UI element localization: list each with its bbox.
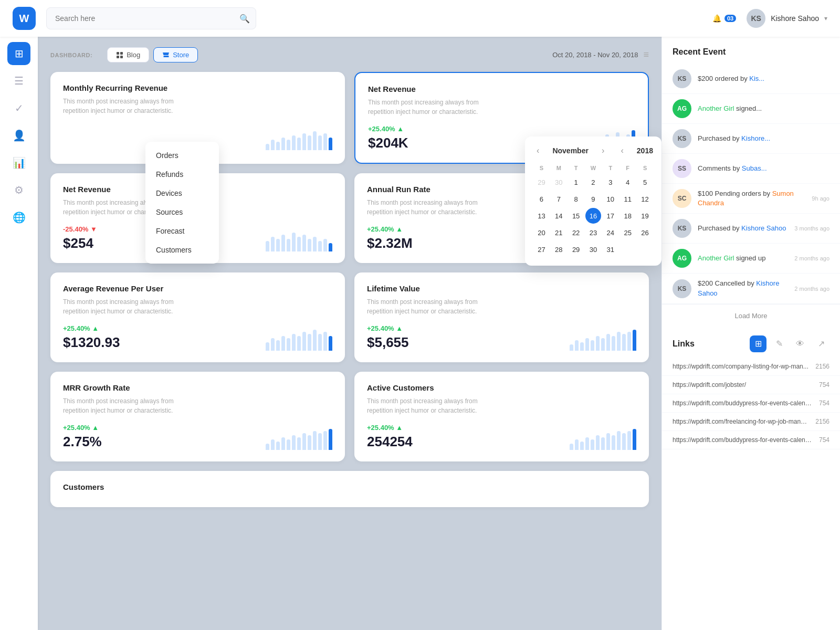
sidebar-item-users[interactable]: 👤 [7, 124, 30, 147]
link-item[interactable]: https://wpdrift.com/buddypress-for-event… [662, 394, 840, 413]
cal-day-today[interactable]: 16 [585, 208, 601, 224]
dropdown-item-customers[interactable]: Customers [145, 240, 219, 259]
mini-chart [570, 424, 636, 450]
date-range-text: Oct 20, 2018 - Nov 20, 2018 [552, 51, 638, 59]
links-export-button[interactable]: ↗ [813, 335, 830, 352]
cal-day[interactable]: 11 [620, 191, 636, 207]
cal-day[interactable]: 8 [568, 191, 584, 207]
cal-day[interactable]: 14 [551, 208, 566, 224]
mini-bar [585, 338, 589, 351]
user-menu[interactable]: KS Kishore Sahoo ▾ [747, 9, 827, 28]
metric-title: Average Revenue Per User [63, 284, 332, 293]
cal-day[interactable]: 7 [551, 191, 566, 207]
tab-store[interactable]: Store [153, 47, 198, 62]
search-input[interactable] [46, 7, 256, 29]
cal-day[interactable]: 22 [568, 225, 584, 240]
cal-day[interactable]: 29 [533, 174, 549, 190]
load-more-button[interactable]: Load More [662, 304, 840, 327]
dropdown-item-refunds[interactable]: Refunds [145, 165, 219, 184]
mini-bar [287, 338, 290, 351]
dropdown-item-sources[interactable]: Sources [145, 203, 219, 222]
cal-day[interactable]: 10 [603, 191, 618, 207]
cal-day[interactable]: 30 [585, 242, 601, 257]
cal-prev-year-button[interactable]: ‹ [617, 145, 626, 156]
link-item[interactable]: https://wpdrift.com/freelancing-for-wp-j… [662, 413, 840, 431]
cal-day[interactable]: 31 [603, 242, 618, 257]
cal-day[interactable]: 17 [603, 208, 618, 224]
links-table-view-button[interactable]: ⊞ [750, 335, 766, 352]
notification-button[interactable]: 🔔 03 [712, 14, 736, 23]
link-url: https://wpdrift.com/buddypress-for-event… [673, 436, 813, 444]
event-avatar: KS [673, 279, 691, 298]
sidebar-item-analytics[interactable]: 📊 [7, 151, 30, 174]
event-time: 9h ago [812, 195, 830, 202]
link-item[interactable]: https://wpdrift.com/jobster/ 754 [662, 376, 840, 394]
dropdown-item-orders[interactable]: Orders [145, 146, 219, 165]
cal-day[interactable]: 28 [551, 242, 566, 257]
cal-day[interactable]: 5 [637, 174, 653, 190]
cal-day[interactable]: 25 [620, 225, 636, 240]
menu-lines-icon[interactable]: ≡ [643, 49, 649, 60]
event-link[interactable]: Sumon Chandra [698, 190, 794, 207]
event-link[interactable]: Subas... [742, 164, 767, 172]
cal-next-button[interactable]: › [598, 145, 607, 156]
mini-bar [633, 330, 636, 351]
cal-day[interactable]: 3 [603, 174, 618, 190]
event-link[interactable]: Another Girl [698, 104, 734, 112]
cal-day[interactable]: 4 [620, 174, 636, 190]
mini-bar [323, 239, 327, 251]
cal-month: November [552, 146, 588, 155]
event-link[interactable]: Another Girl [698, 254, 734, 262]
cal-day[interactable]: 15 [568, 208, 584, 224]
metric-bottom: +25.40% ▲ $1320.93 [63, 324, 332, 351]
link-item[interactable]: https://wpdrift.com/company-listing-for-… [662, 358, 840, 376]
links-header: Links ⊞ ✎ 👁 ↗ [662, 327, 840, 358]
dropdown-item-forecast[interactable]: Forecast [145, 222, 219, 240]
mini-bar [612, 435, 615, 450]
event-avatar: KS [673, 129, 691, 148]
event-link[interactable]: Kis... [749, 75, 764, 82]
event-link[interactable]: Kishore Sahoo [741, 224, 786, 232]
sidebar-item-settings[interactable]: ⚙ [7, 178, 30, 202]
tasks-icon: ✓ [15, 102, 24, 114]
dropdown-item-devices[interactable]: Devices [145, 184, 219, 203]
cal-day[interactable]: 29 [568, 242, 584, 257]
mini-bar [302, 332, 306, 351]
links-edit-button[interactable]: ✎ [771, 335, 788, 352]
cal-day[interactable]: 27 [533, 242, 549, 257]
mini-bar [292, 435, 296, 450]
metric-desc: This month post increasing always from r… [367, 297, 482, 316]
sidebar-item-dashboard[interactable]: ⊞ [7, 42, 30, 65]
cal-day[interactable]: 6 [533, 191, 549, 207]
cal-day[interactable]: 19 [637, 208, 653, 224]
sidebar-item-tasks[interactable]: ✓ [7, 97, 30, 120]
cal-day[interactable]: 2 [585, 174, 601, 190]
globe-icon: 🌐 [13, 211, 26, 224]
cal-day[interactable]: 26 [637, 225, 653, 240]
event-link[interactable]: Kishore... [741, 134, 770, 142]
tab-blog[interactable]: Blog [107, 47, 149, 62]
app-logo[interactable]: W [13, 7, 36, 30]
mini-bar [601, 338, 605, 351]
cal-day[interactable]: 20 [533, 225, 549, 240]
links-view-button[interactable]: 👁 [792, 335, 808, 352]
event-link[interactable]: Kishore Sahoo [698, 279, 779, 297]
cal-day[interactable]: 18 [620, 208, 636, 224]
cal-day[interactable]: 12 [637, 191, 653, 207]
cal-day[interactable]: 23 [585, 225, 601, 240]
mini-bar [596, 435, 600, 450]
mini-bar [271, 338, 275, 351]
cal-prev-button[interactable]: ‹ [533, 145, 542, 156]
sidebar-item-globe[interactable]: 🌐 [7, 206, 30, 229]
cal-day[interactable]: 13 [533, 208, 549, 224]
cal-day[interactable]: 1 [568, 174, 584, 190]
metric-change: +25.40% ▲ [63, 324, 120, 332]
event-item: SC $100 Pending orders by Sumon Chandra … [662, 184, 840, 214]
cal-day[interactable]: 30 [551, 174, 566, 190]
list-icon: ☰ [14, 75, 24, 87]
sidebar-item-list[interactable]: ☰ [7, 69, 30, 92]
cal-day[interactable]: 21 [551, 225, 566, 240]
cal-day[interactable]: 9 [585, 191, 601, 207]
link-item[interactable]: https://wpdrift.com/buddypress-for-event… [662, 431, 840, 449]
cal-day[interactable]: 24 [603, 225, 618, 240]
